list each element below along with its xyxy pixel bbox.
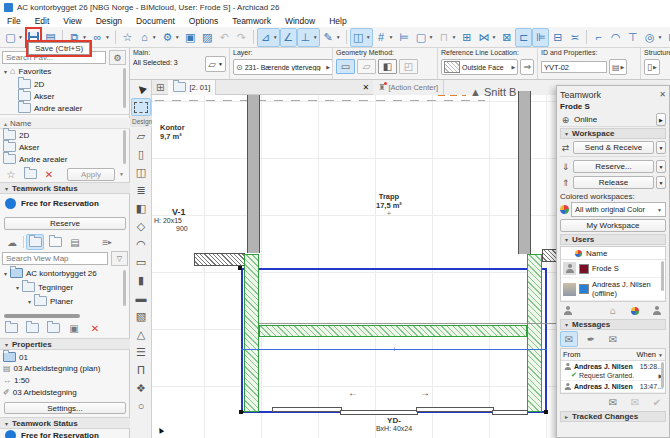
properties-button[interactable]: ▤ ▶ (609, 59, 627, 75)
users-section[interactable]: ▾ Users (560, 234, 666, 245)
geometry-rectangle-icon[interactable]: ◰ (399, 59, 418, 74)
pen-tool-button[interactable]: ✎▼ (320, 28, 343, 47)
selection-handle[interactable] (544, 410, 548, 414)
selection-handle[interactable] (238, 266, 242, 270)
layout-book-tab[interactable]: ▤ (66, 234, 84, 250)
split-button[interactable]: ⊟ (549, 28, 566, 47)
favorites-button[interactable]: ☆ (119, 28, 136, 47)
layers-button[interactable]: ▢▼ (413, 28, 436, 47)
menu-edit[interactable]: Edit (28, 16, 57, 26)
selection-handle[interactable] (239, 410, 243, 414)
menu-options[interactable]: Options (182, 16, 225, 26)
name-column-header[interactable]: ▴ Name (0, 118, 130, 129)
trace-reference-button[interactable]: ◫▼ (350, 28, 373, 47)
tree-item-tegninger[interactable]: ▾ Tegninger (0, 282, 130, 292)
join-teamwork-button[interactable]: ⌂ (604, 303, 622, 319)
object-tool[interactable]: ❖ (131, 379, 151, 397)
railing-tool[interactable]: Π (131, 361, 151, 379)
wall-reference-button[interactable]: ⊫ (532, 28, 549, 47)
tab-action-center[interactable]: ♜ [Action Center] (373, 80, 444, 95)
tree-item-planer[interactable]: ▾ Planer (0, 296, 130, 306)
favorite-item[interactable]: Andre arealer (0, 103, 130, 113)
stair-tool[interactable]: ☰ (131, 343, 151, 361)
new-favorite-button[interactable]: ☆ (2, 166, 20, 182)
level-button[interactable]: ⊤ (624, 28, 641, 47)
release-options[interactable]: ▼ (656, 176, 666, 189)
fillet-button[interactable]: ⌐ (590, 28, 607, 47)
mesh-tool[interactable]: △ (131, 325, 151, 343)
online-options-button[interactable]: ▶ (656, 113, 666, 126)
insulated-wall-left[interactable] (194, 253, 245, 266)
door-panel[interactable] (492, 410, 528, 415)
undo-button[interactable]: ↶ (216, 28, 233, 47)
geometry-straight-icon[interactable]: ▭ (336, 59, 355, 74)
send-receive-options[interactable]: ▼ (656, 141, 666, 154)
close-icon[interactable]: ✕ (659, 90, 666, 99)
autogroup-button[interactable]: ⊞ (458, 28, 475, 47)
geometry-polyline-icon[interactable]: ◧ (378, 59, 397, 74)
tab-floorplan[interactable]: [2. 01] (168, 80, 216, 95)
reserve-button[interactable]: Reserve... (573, 160, 654, 173)
curtain-wall-tool[interactable]: ≣ (131, 181, 151, 199)
menu-view[interactable]: View (56, 16, 88, 26)
selection-rectangle[interactable] (241, 268, 547, 413)
user-row[interactable]: Frode S (561, 260, 665, 278)
structure-button[interactable]: ▯ ▶ (644, 59, 660, 75)
settings-button[interactable]: Settings... (4, 402, 126, 414)
my-workspace-button[interactable]: My Workspace (560, 219, 666, 232)
new-message-button[interactable]: ✉ (604, 395, 622, 411)
delete-view-button[interactable]: ✕ (86, 320, 104, 336)
close-tab-icon[interactable]: ✕ (359, 83, 374, 92)
door-panel[interactable] (272, 407, 342, 412)
new-viewpoint-button[interactable] (2, 320, 20, 336)
user-details-button[interactable] (560, 303, 576, 319)
pending-tab[interactable]: ✒ (582, 331, 600, 347)
reserve-button[interactable]: Reserve (4, 217, 126, 230)
skylight-tool[interactable]: ◧ (131, 199, 151, 217)
users-scrollbar[interactable] (661, 261, 664, 291)
menu-document[interactable]: Document (129, 16, 182, 26)
apply-button[interactable]: Apply (67, 168, 115, 181)
element-transfer-button[interactable]: ⌂▼ (136, 28, 159, 47)
new-folder-button[interactable] (44, 320, 62, 336)
menu-file[interactable]: File (0, 16, 28, 26)
drawing-canvas[interactable]: ▲ Snitt B Kontor 9,7 m² V-1 H: 20x15 900… (152, 95, 557, 438)
redo-button[interactable]: ↷ (233, 28, 250, 47)
window-marker[interactable]: V-1 H: 20x15 900 (154, 207, 188, 233)
messages-scrollbar[interactable] (661, 362, 664, 388)
flip-reference-button[interactable]: ⇒ (520, 59, 534, 75)
lock-button[interactable]: ⊓▼ (435, 28, 458, 47)
menu-design[interactable]: Design (89, 16, 129, 26)
name-list-scrollbar[interactable] (123, 130, 126, 164)
menu-window[interactable]: Window (278, 16, 322, 26)
geometry-trapezoid-icon[interactable]: ▱ (357, 59, 376, 74)
door-tool[interactable]: ▯ (131, 145, 151, 163)
messages-column-header[interactable]: From When ▼ (561, 349, 665, 361)
insulated-wall-right[interactable] (542, 249, 557, 262)
list-item[interactable]: Akser (0, 142, 130, 152)
teamwork-status-section[interactable]: ▾ Teamwork Status (0, 182, 130, 194)
message-row[interactable]: Andreas J. Nilsen 15:28... ✔ Request Gra… (561, 361, 665, 381)
open-message-button[interactable]: ✉ (626, 395, 644, 411)
save-current-view-button[interactable] (23, 320, 41, 336)
window-tool[interactable]: ◫ (131, 163, 151, 181)
teamwork-status-section-2[interactable]: ▾ Teamwork Status (0, 417, 130, 429)
view-tree-hscrollbar[interactable] (4, 314, 80, 318)
quad-view-icon[interactable]: ⊞ (152, 82, 168, 93)
wall-left[interactable] (247, 95, 260, 253)
shell-tool[interactable]: ◠ (131, 235, 151, 253)
slab-tool[interactable]: ▭ (131, 253, 151, 271)
navigator-options-button[interactable]: ≡▶ (98, 234, 116, 250)
project-map-tab[interactable] (46, 234, 64, 250)
find-select-button[interactable]: ∞▼ (89, 28, 112, 47)
lamp-tool[interactable]: ○ (131, 397, 151, 415)
favorite-item[interactable]: 2D (0, 79, 130, 89)
explode-button[interactable]: ⊠ (498, 28, 515, 47)
delete-favorite-button[interactable]: ✕ (40, 166, 58, 182)
roof-tool[interactable]: ◇ (131, 217, 151, 235)
project-chooser-button[interactable]: ☁ (3, 234, 21, 250)
list-item[interactable]: Andre arealer (0, 154, 130, 164)
renovation-filter-button[interactable]: ⊨ (396, 28, 413, 47)
reserve-options[interactable]: ▼ (656, 160, 666, 173)
measure-button[interactable]: ◎▼ (641, 28, 664, 47)
